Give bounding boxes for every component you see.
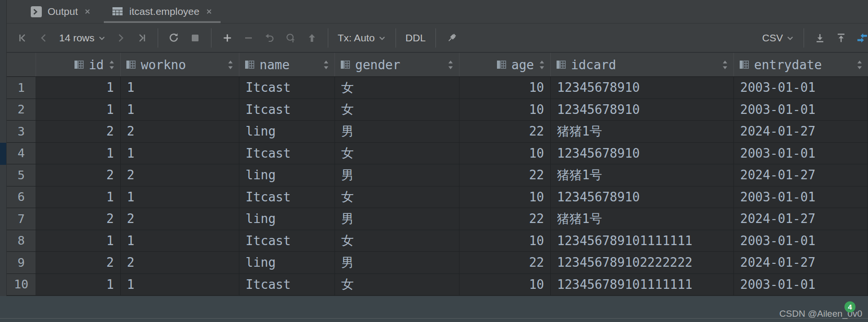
cell-idcard[interactable]: 123456789101111111	[551, 230, 734, 252]
last-page-button[interactable]	[133, 29, 150, 47]
cell-id[interactable]: 1	[36, 274, 121, 296]
cell-workno[interactable]: 1	[121, 77, 239, 99]
column-header-workno[interactable]: workno	[121, 53, 239, 76]
sort-arrows-icon[interactable]	[538, 59, 546, 71]
extractor-format-dropdown[interactable]: CSV	[762, 32, 794, 44]
cell-id[interactable]: 2	[36, 121, 121, 142]
cell-entrydate[interactable]: 2003-01-01	[734, 77, 868, 99]
cell-name[interactable]: ling	[239, 208, 335, 230]
column-header-idcard[interactable]: idcard	[551, 53, 734, 76]
cell-gender[interactable]: 女	[335, 274, 459, 296]
cell-entrydate[interactable]: 2024-01-27	[734, 252, 868, 273]
close-icon[interactable]	[205, 8, 213, 15]
cell-workno[interactable]: 2	[121, 208, 239, 230]
row-number[interactable]: 10	[7, 274, 36, 296]
row-number[interactable]: 9	[7, 252, 36, 273]
cell-gender[interactable]: 女	[335, 230, 459, 252]
export-data-button[interactable]	[811, 29, 829, 47]
reload-page-button[interactable]	[165, 29, 183, 47]
next-page-button[interactable]	[112, 29, 129, 47]
cell-id[interactable]: 2	[36, 252, 121, 273]
cell-age[interactable]: 10	[459, 143, 551, 164]
add-row-button[interactable]	[219, 29, 236, 47]
cell-name[interactable]: Itcast	[239, 186, 335, 208]
previous-page-button[interactable]	[36, 29, 53, 47]
cell-entrydate[interactable]: 2003-01-01	[734, 230, 868, 252]
cell-entrydate[interactable]: 2003-01-01	[734, 186, 868, 208]
sort-arrows-icon[interactable]	[322, 59, 330, 71]
cell-age[interactable]: 10	[459, 274, 551, 296]
import-data-button[interactable]	[832, 29, 850, 47]
cell-idcard[interactable]: 猪猪1号	[551, 164, 734, 186]
cell-workno[interactable]: 2	[121, 252, 239, 273]
cell-name[interactable]: ling	[239, 252, 335, 273]
row-number[interactable]: 1	[7, 77, 36, 99]
cell-gender[interactable]: 女	[335, 143, 459, 164]
row-number[interactable]: 5	[7, 164, 36, 186]
cell-age[interactable]: 22	[459, 164, 551, 186]
cell-gender[interactable]: 女	[335, 99, 459, 121]
submit-and-refresh-button[interactable]	[282, 29, 299, 47]
cell-id[interactable]: 1	[36, 143, 121, 164]
cell-name[interactable]: Itcast	[239, 77, 335, 99]
cell-entrydate[interactable]: 2024-01-27	[734, 121, 868, 142]
ddl-button[interactable]: DDL	[406, 32, 426, 44]
cell-idcard[interactable]: 123456789101111111	[551, 274, 734, 296]
cell-age[interactable]: 10	[459, 230, 551, 252]
cell-id[interactable]: 1	[36, 99, 121, 121]
cell-idcard[interactable]: 12345678910	[551, 99, 734, 121]
cell-name[interactable]: ling	[239, 164, 335, 186]
cell-name[interactable]: Itcast	[239, 274, 335, 296]
sort-arrows-icon[interactable]	[721, 59, 729, 71]
tab-output[interactable]: Output	[23, 0, 99, 23]
cell-entrydate[interactable]: 2024-01-27	[734, 208, 868, 230]
cell-age[interactable]: 22	[459, 208, 551, 230]
cell-age[interactable]: 10	[459, 186, 551, 208]
cell-workno[interactable]: 1	[121, 186, 239, 208]
cell-idcard[interactable]: 12345678910	[551, 143, 734, 164]
cell-name[interactable]: Itcast	[239, 230, 335, 252]
cell-age[interactable]: 22	[459, 121, 551, 142]
row-number[interactable]: 3	[7, 121, 36, 142]
cell-name[interactable]: Itcast	[239, 99, 335, 121]
cell-gender[interactable]: 女	[335, 186, 459, 208]
close-icon[interactable]	[84, 8, 91, 15]
cell-entrydate[interactable]: 2003-01-01	[734, 274, 868, 296]
cell-id[interactable]: 2	[36, 208, 121, 230]
sort-arrows-icon[interactable]	[447, 59, 454, 71]
cell-idcard[interactable]: 12345678910	[551, 186, 734, 208]
cell-age[interactable]: 10	[459, 77, 551, 99]
cell-workno[interactable]: 1	[121, 143, 239, 164]
cell-workno[interactable]: 2	[121, 121, 239, 142]
row-number[interactable]: 7	[7, 208, 36, 230]
cell-id[interactable]: 2	[36, 164, 121, 186]
first-page-button[interactable]	[14, 29, 32, 47]
cell-idcard[interactable]: 123456789102222222	[551, 252, 734, 273]
column-header-name[interactable]: name	[239, 53, 335, 76]
sort-arrows-icon[interactable]	[108, 59, 115, 71]
cell-workno[interactable]: 1	[121, 99, 239, 121]
column-header-age[interactable]: age	[459, 53, 551, 76]
sort-arrows-icon[interactable]	[227, 59, 234, 71]
cell-id[interactable]: 1	[36, 230, 121, 252]
sort-arrows-icon[interactable]	[856, 59, 863, 71]
row-number[interactable]: 2	[7, 99, 36, 121]
transaction-mode-dropdown[interactable]: Tx: Auto	[338, 32, 386, 44]
cell-age[interactable]: 10	[459, 99, 551, 121]
cell-gender[interactable]: 女	[335, 77, 459, 99]
cell-entrydate[interactable]: 2003-01-01	[734, 143, 868, 164]
row-number[interactable]: 4	[7, 143, 36, 164]
column-header-gender[interactable]: gender	[335, 53, 459, 76]
column-header-id[interactable]: id	[36, 53, 121, 76]
delete-row-button[interactable]	[240, 29, 257, 47]
pin-tab-button[interactable]	[443, 29, 460, 47]
cell-id[interactable]: 1	[36, 77, 121, 99]
commit-button[interactable]	[303, 29, 321, 47]
cell-gender[interactable]: 男	[335, 121, 459, 142]
page-size-dropdown[interactable]: 14 rows	[59, 32, 106, 44]
cell-entrydate[interactable]: 2024-01-27	[734, 164, 868, 186]
cell-workno[interactable]: 2	[121, 164, 239, 186]
cell-name[interactable]: Itcast	[239, 143, 335, 164]
cell-workno[interactable]: 1	[121, 274, 239, 296]
cell-id[interactable]: 1	[36, 186, 121, 208]
